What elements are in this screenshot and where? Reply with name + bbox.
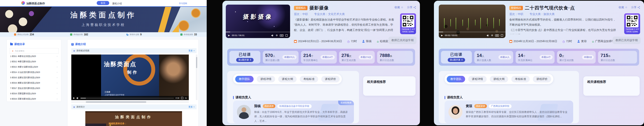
volume-icon[interactable] — [487, 34, 489, 37]
toc-item[interactable]: 3 模块3 单酥甘薯酥类面点制作› — [10, 66, 58, 69]
tab-teaching-team[interactable]: 教学团队 — [447, 76, 465, 82]
teacher-name: 陈镇 — [254, 104, 261, 108]
course-dates: 2024年11月30日 - 2025年02月08日 — [514, 40, 557, 43]
term-closed-button[interactable]: 教师已关闭该学期 — [612, 37, 640, 44]
tab-course-details[interactable]: 课程详情 — [468, 76, 487, 82]
banner-title: 油酥类面点制作 — [0, 10, 207, 20]
toc-item[interactable]: 2 模块2 单酥混酥类面点制作› — [10, 60, 58, 63]
star-icon: ☆ — [401, 6, 403, 9]
video-time: 4:18 — [176, 97, 179, 99]
folder-icon — [10, 43, 13, 45]
tab-reviews[interactable]: 课程评价 — [321, 76, 340, 82]
toc-item[interactable]: 9 模块9 层酥直酥类面点制作› — [10, 98, 58, 100]
video-artwork: 油酥类面点 制作 王薇娜 上海市曹杨职业技术学校 — [101, 55, 159, 100]
progress-bar[interactable] — [439, 32, 506, 32]
toc-card: 课程目录 ★ 为主讲课次 1 模块1 单酥浆皮类面点制作› 2 模块2 单酥混酥… — [6, 39, 62, 102]
related-courses-card: 相关课程推荐 — [583, 76, 640, 96]
tab-assessment[interactable]: 考核标准 — [511, 76, 530, 82]
term-closed-button[interactable]: 教师已关闭该学期 — [388, 37, 416, 44]
stat-card: 14个 学员所属单位 本期14个 — [516, 51, 554, 63]
term-chip: 本期0次 — [582, 55, 594, 59]
term-selector[interactable]: 第1期开课 ⇕ — [448, 58, 465, 62]
chevron-right-icon: › — [57, 55, 58, 58]
share-button[interactable]: 分享 — [631, 6, 640, 9]
nav-learning-space[interactable]: 学习空间 — [179, 2, 187, 5]
captions-icon[interactable]: CC — [495, 34, 499, 37]
fullscreen-icon[interactable] — [501, 34, 503, 37]
course-video-player[interactable]: 摄影摄像 ▶ 00:01 / 06:01 ⚙ CC — [226, 5, 290, 38]
video-controls[interactable]: ▶ 00:01 / 06:01 ⚙ CC — [226, 33, 290, 38]
doc-title: 油酥类面点制作 — [85, 115, 182, 119]
rank-badge: 高级讲师 — [474, 104, 487, 108]
toc-item[interactable]: 7 模块7 蛋挞皮面坯酥类面点制作› — [10, 87, 58, 90]
settings-gear-icon[interactable]: ⚙ — [491, 34, 493, 37]
collect-button[interactable]: 收藏☆ — [394, 6, 403, 9]
vertical-scrollbar[interactable] — [196, 55, 198, 100]
toc-note: ★ 为主讲课次 — [10, 48, 58, 54]
toc-item[interactable]: 4 模块4 水油皮面坯酥类面点制作› — [10, 71, 58, 74]
tab-course-details[interactable]: 课程详情 — [257, 76, 275, 82]
course-description: 《摄影摄像》是松桃苗族自治县中等职业学校艺术设计与制作专业核心课程。本着“面向人… — [294, 17, 394, 33]
doc-heading: 课程性质和任务： — [108, 122, 127, 125]
collect-button[interactable]: 收藏☆ — [618, 6, 627, 9]
share-button[interactable]: 分享 — [407, 6, 416, 9]
course-status-card: 已结课 第1期开课 ⇕ — [441, 51, 472, 63]
settings-gear-icon[interactable]: ⚙ — [276, 34, 278, 37]
course-brief-document: 油酥类面点制作 课程性质和任务： 本课程是中等职业学校中餐烹饪与营养膳食专业中式… — [85, 111, 182, 126]
teacher-name: 黄琼 — [466, 104, 472, 108]
course-tabs: 教学团队 课程详情 课程大纲 考核标准 课程评价 — [444, 74, 553, 84]
chevron-right-icon: › — [57, 92, 58, 95]
play-icon[interactable]: ▶ — [441, 34, 443, 37]
teacher-card[interactable]: 陈镇 高级讲师 松桃苗族自治县中等职业学校 陈镇：出生于1980年6月，毕业于贵… — [233, 100, 354, 123]
action-links: 收藏☆ 分享 — [394, 6, 416, 9]
more-link[interactable]: 更多 » — [188, 49, 194, 52]
meta-level: 层次：中职 — [294, 12, 308, 16]
term-chip: 本期214个 — [320, 55, 334, 59]
stat-card: 7888条 累计日志总数 — [377, 51, 413, 63]
progress-bar[interactable] — [226, 32, 290, 32]
play-icon[interactable]: ▶ — [228, 34, 230, 37]
tab-syllabus[interactable]: 课程大纲 — [490, 76, 508, 82]
teacher-card[interactable]: 黄琼 高级讲师 广西商业技师学院 黄琼是广西技工教育科研专家库专家、全区技工院校… — [444, 100, 573, 123]
volume-icon[interactable] — [271, 34, 274, 37]
tab-teaching-team[interactable]: 教学团队 — [235, 76, 254, 82]
tab-assessment[interactable]: 考核标准 — [300, 76, 318, 82]
course-title-row: 省级精品 摄影摄像 — [294, 5, 329, 11]
teacher-avatar — [237, 105, 251, 119]
video-controls[interactable]: ▶ 4:18 1x — [71, 96, 189, 100]
stat-card: 276次 累计互动次数 本期274次 — [339, 51, 375, 63]
fullscreen-icon[interactable] — [181, 97, 183, 99]
course-hours: 72时 — [351, 40, 357, 43]
toc-item[interactable]: 8 模块8 层酥圆酥类面点制作› — [10, 92, 58, 95]
leader-section-header: 课程负责人 — [233, 95, 251, 100]
star-icon: ★ — [12, 50, 14, 52]
toc-item[interactable]: 5 模块5 发酵皮面坯酥类面点制作› — [10, 76, 58, 79]
captions-icon[interactable]: CC — [280, 34, 284, 37]
course-title-row: 校级精品 二十四节气现代饮食·点 — [509, 5, 575, 11]
fullscreen-icon[interactable] — [286, 34, 288, 37]
teacher-avatar — [448, 105, 462, 119]
term-chip: 本期14个 — [540, 55, 552, 59]
nav-home-button[interactable]: 首页 — [97, 1, 109, 5]
school-icon: ⌂ — [377, 40, 378, 43]
course-status-card: 已结课 第1期开课 ⇕ — [230, 51, 260, 63]
playback-speed[interactable]: 1x — [185, 97, 187, 99]
tab-reviews[interactable]: 课程评价 — [533, 76, 551, 82]
tab-syllabus[interactable]: 课程大纲 — [278, 76, 296, 82]
toc-item[interactable]: 1 模块1 单酥浆皮类面点制作› — [10, 55, 58, 58]
term-selector[interactable]: 第1期开课 ⇕ — [236, 58, 254, 62]
horizontal-scrollbar[interactable] — [71, 101, 189, 103]
more-link[interactable]: 更多 » — [188, 105, 194, 108]
chevron-right-icon: › — [57, 66, 58, 69]
video-controls[interactable]: ▶ 00:02 / 03:01 ⚙ CC — [439, 33, 506, 38]
play-icon[interactable]: ▶ — [73, 97, 75, 99]
progress-bar[interactable] — [80, 98, 174, 98]
course-title: 二十四节气现代饮食·点 — [525, 5, 575, 11]
nav-course-intro[interactable]: 课程介绍 — [112, 2, 122, 5]
volume-icon[interactable] — [76, 97, 79, 99]
course-video-player[interactable]: ▶ 00:02 / 03:01 ⚙ CC — [439, 5, 506, 38]
toc-item[interactable]: 6 模块6 擦酥皮面坯酥类面点制作› — [10, 82, 58, 85]
site-content: 课程目录 ★ 为主讲课次 1 模块1 单酥浆皮类面点制作› 2 模块2 单酥混酥… — [0, 37, 207, 126]
overview-video-player[interactable]: 油酥类面点 制作 王薇娜 上海市曹杨职业技术学校 ▶ 4:18 1x — [71, 55, 189, 100]
person-icon — [362, 40, 365, 43]
